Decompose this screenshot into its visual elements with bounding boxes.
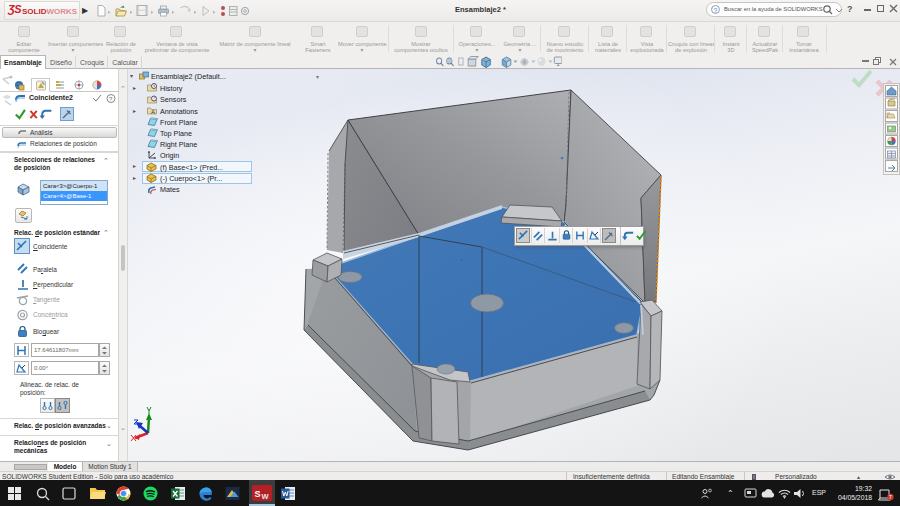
svg-text:A: A [151, 109, 155, 115]
svg-text:?: ? [109, 96, 113, 102]
svg-text:S: S [255, 489, 261, 499]
svg-text:7: 7 [889, 494, 892, 500]
svg-text:W: W [262, 492, 270, 501]
